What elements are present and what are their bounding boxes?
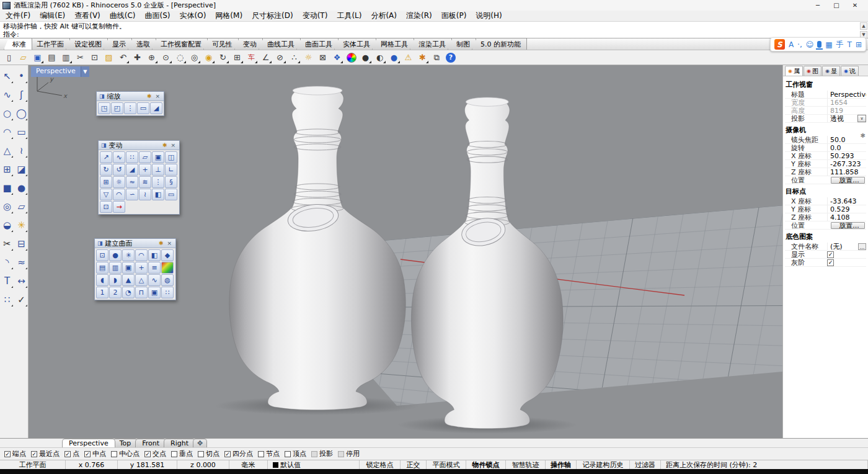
zoom-palette-titlebar[interactable]: ◨ 缩放 ✱ × [97, 92, 164, 101]
drape-icon[interactable]: ◔ [122, 287, 135, 298]
zoom-1to1-icon[interactable]: ⋮ [124, 102, 136, 114]
toolbar-tab[interactable]: 变动 [234, 38, 263, 50]
boolean-icon[interactable]: ◒ [0, 216, 14, 235]
bend-icon[interactable]: ◠ [113, 189, 125, 200]
rotate-icon[interactable]: ↻ [100, 164, 112, 176]
flow-icon[interactable]: ∽ [126, 189, 138, 200]
menu-item[interactable]: 曲线(C) [110, 11, 136, 21]
cage-edit-icon[interactable]: ▣ [152, 151, 164, 163]
checkbox-icon[interactable] [144, 451, 151, 457]
punctuation-icon[interactable]: ·, [797, 40, 802, 49]
minimize-button[interactable]: ─ [808, 2, 827, 9]
close-icon[interactable]: × [154, 93, 161, 99]
undo-icon[interactable]: ↶ [117, 51, 130, 64]
named-view-car-icon[interactable]: 车 [245, 51, 258, 64]
toolbar-tab[interactable]: 实体工具 [334, 38, 376, 50]
sogou-logo[interactable]: S [774, 39, 785, 50]
move-icon[interactable]: ↗ [100, 151, 112, 163]
corner-points-srf-icon[interactable]: ⊡ [96, 249, 108, 261]
curve-extrude-icon[interactable]: ∿ [148, 274, 161, 286]
close-button[interactable]: ✕ [846, 2, 864, 9]
maximize-button[interactable]: □ [827, 2, 846, 9]
torus-icon[interactable]: ◎ [0, 197, 14, 216]
skin-shirt-icon[interactable]: T [848, 40, 852, 49]
chevron-down-icon[interactable]: ▼ [81, 66, 89, 77]
check-icon[interactable]: ✓ [14, 290, 29, 309]
array-rect-icon[interactable]: ⊞ [100, 176, 112, 188]
zoom-extents-icon[interactable]: ◳ [98, 102, 110, 114]
planar-srf-icon[interactable]: ▱ [14, 197, 29, 216]
pyramid-srf-icon[interactable]: △ [135, 274, 148, 286]
checkbox-icon[interactable] [285, 451, 291, 457]
gumball-cell[interactable]: 操作轴 [546, 460, 577, 469]
panel-tab-help[interactable]: ◉ 说 [841, 66, 859, 76]
zoom-icon[interactable]: ⊙ [159, 51, 172, 64]
shear-icon[interactable]: ▱ [139, 151, 151, 163]
window-cascade-icon[interactable]: ⧉ [430, 51, 443, 64]
toolbar-tab[interactable]: 渲染工具 [410, 38, 452, 50]
toolbar-tab[interactable]: 网格工具 [372, 38, 414, 50]
smash-icon[interactable]: ▭ [165, 189, 177, 200]
perspective-viewport[interactable]: Perspective ▼ ◨ 缩放 ✱ × ◳◰⋮▭◢ ◨ 变动 [29, 65, 782, 438]
project-icon[interactable]: ⊥ [152, 164, 164, 176]
zoom-extents-icon[interactable]: ◉ [202, 51, 215, 64]
point-grid-srf-icon[interactable]: ∷ [161, 287, 174, 298]
toolbar-tab[interactable]: 工作视窗配置 [152, 38, 208, 50]
viewport-tab-top[interactable]: Top [113, 439, 138, 447]
osnap-intersection[interactable]: 交点 [144, 449, 166, 458]
zoom-selected-icon[interactable]: ◎ [188, 51, 201, 64]
gumball-move-icon[interactable]: ⊕ [145, 51, 158, 64]
viewport-title[interactable]: Perspective [31, 66, 81, 77]
checkbox-icon[interactable] [311, 451, 317, 457]
menu-item[interactable]: 说明(H) [476, 11, 502, 21]
osnap-knot[interactable]: 节点 [258, 449, 280, 458]
array-icon[interactable]: ∷ [0, 290, 14, 309]
open-file-icon[interactable]: ▱ [17, 51, 30, 64]
viewport-tab-perspective[interactable]: Perspective [62, 439, 115, 447]
save-time-cell[interactable]: 距离上次保存的时间 (分钟): 2 [661, 460, 868, 469]
pipe-round-icon[interactable]: ◗ [109, 274, 122, 286]
input-mode-icon[interactable]: A [789, 40, 794, 49]
toolbar-tab[interactable]: 选取 [128, 38, 156, 50]
ortho-cell[interactable]: 正交 [401, 460, 427, 469]
toolbar-tab[interactable]: 工作平面 [28, 38, 70, 50]
command-scroll-up-icon[interactable]: ▲ [860, 22, 867, 30]
rendered-view-icon[interactable]: ● [388, 51, 401, 64]
ghosted-view-icon[interactable]: ◐ [373, 51, 386, 64]
sweep1-icon[interactable]: 1 [96, 287, 108, 298]
menu-item[interactable]: 编辑(E) [40, 11, 65, 21]
cplane-icon[interactable]: ⊘ [273, 51, 286, 64]
checkbox-icon[interactable] [84, 451, 91, 457]
text-icon[interactable]: T [0, 272, 14, 290]
rail-revolve-icon[interactable]: ◍ [161, 274, 174, 286]
explode-icon[interactable]: ✳ [14, 216, 29, 235]
gear-icon[interactable]: ✱ [162, 142, 167, 148]
rotate-view-icon[interactable]: ↻ [216, 51, 229, 64]
osnap-project[interactable]: 投影 [311, 449, 333, 458]
patch-icon[interactable]: ◠ [135, 249, 148, 261]
picture-frame-icon[interactable] [161, 262, 174, 274]
control-point-curve-icon[interactable]: ʃ [14, 86, 29, 104]
grid-snap-cell[interactable]: 锁定格点 [360, 460, 401, 469]
split-icon[interactable]: ⊟ [14, 235, 29, 253]
close-icon[interactable]: × [166, 240, 173, 246]
pipe-flat-icon[interactable]: ◖ [96, 274, 108, 286]
osnap-point[interactable]: 点 [64, 449, 79, 458]
smarttrack-cell[interactable]: 智慧轨迹 [506, 460, 546, 469]
checkbox-icon[interactable] [31, 451, 37, 457]
blend-icon[interactable]: ≈ [14, 253, 29, 272]
array-polar-icon[interactable]: ☼ [113, 176, 125, 188]
z-coord-cell[interactable]: z 0.000 [177, 460, 229, 469]
taper-icon[interactable]: ▽ [100, 189, 112, 200]
edge-srf-icon[interactable]: ◧ [148, 249, 161, 261]
menu-item[interactable]: 渲染(R) [406, 11, 432, 21]
hierarchy-icon[interactable]: ∴ [288, 51, 301, 64]
box-icon[interactable]: ■ [0, 179, 14, 197]
viewport-tab-right[interactable]: Right [164, 439, 195, 447]
help-icon[interactable]: ? [446, 53, 456, 63]
cplane-cell[interactable]: 工作平面 [0, 460, 66, 469]
osnap-vertex[interactable]: 顶点 [285, 449, 306, 458]
osnap-quadrant[interactable]: 四分点 [224, 449, 253, 458]
freeform-curve-icon[interactable]: ≀ [14, 141, 29, 160]
menu-item[interactable]: 面板(P) [441, 11, 467, 21]
